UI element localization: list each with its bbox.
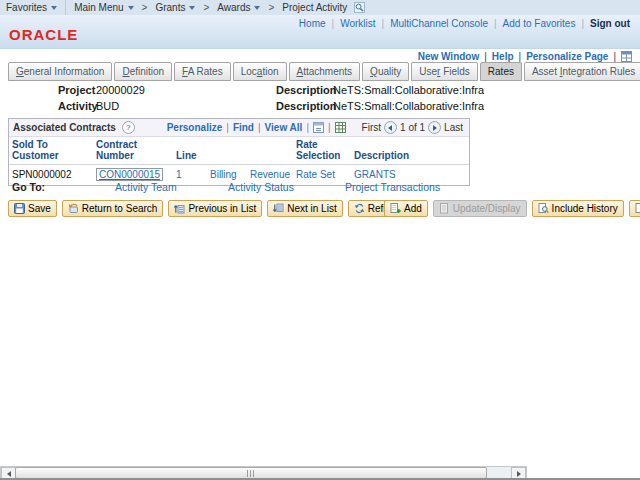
pager-first-label[interactable]: First — [362, 122, 381, 133]
divider: | — [581, 18, 584, 29]
description-label: Description — [276, 84, 337, 96]
activity-label: Activity — [58, 100, 98, 112]
previous-in-list-button[interactable]: Previous in List — [168, 200, 262, 217]
toolbar-left-group: SaveReturn to SearchPrevious in ListNext… — [8, 200, 409, 217]
breadcrumb-current-page: Project Activity — [276, 2, 371, 13]
favorites-menu[interactable]: Favorites — [0, 2, 63, 13]
add-to-favorites-link[interactable]: Add to Favorites — [503, 18, 576, 29]
divider: | — [332, 18, 335, 29]
grid-toolbar: Personalize | Find | View All | | First … — [167, 121, 465, 134]
tab-asset-integration-rules[interactable]: Asset Integration Rules — [524, 62, 640, 81]
table-header-row: Sold To CustomerContract NumberLineRate … — [9, 137, 469, 165]
divider: | — [519, 51, 522, 62]
tab-general-information[interactable]: General Information — [8, 62, 112, 81]
rate-set-link[interactable]: Rate Set — [296, 169, 335, 180]
lookup-icon[interactable] — [354, 2, 365, 13]
save-button[interactable]: Save — [8, 200, 57, 217]
divider: | — [484, 51, 487, 62]
first-arrow-icon[interactable] — [384, 121, 397, 134]
breadcrumb: Favorites Main Menu > Grants > Awards > … — [0, 0, 640, 16]
home-link[interactable]: Home — [299, 18, 326, 29]
add-button[interactable]: Add — [384, 200, 428, 217]
return-to-search-button[interactable]: Return to Search — [62, 200, 164, 217]
grid-title: Associated Contracts — [13, 122, 116, 133]
next-in-list-button[interactable]: Next in List — [267, 200, 342, 217]
save-icon — [14, 203, 25, 214]
current-page-label: Project Activity — [282, 2, 347, 13]
project-label: Project — [58, 84, 95, 96]
button-label: Include History — [552, 203, 618, 214]
goto-label: Go To: — [12, 181, 45, 193]
grid-header-bar: Associated Contracts ? Personalize | Fin… — [9, 119, 469, 137]
divider: | — [306, 122, 309, 133]
contract-number-link[interactable]: CON0000015 — [96, 168, 163, 181]
refresh-icon — [354, 203, 365, 214]
description-label: Description — [276, 100, 337, 112]
grid-pager: First 1 of 1 Last — [362, 121, 463, 134]
new-window-link[interactable]: New Window — [418, 51, 480, 62]
sign-out-link[interactable]: Sign out — [590, 18, 630, 29]
tab-definition[interactable]: Definition — [114, 62, 172, 81]
revenue-link[interactable]: Revenue — [250, 169, 290, 180]
main-menu-label: Main Menu — [74, 2, 123, 13]
download-to-excel-icon[interactable] — [335, 122, 346, 133]
correct-history-button[interactable]: Correct History — [629, 200, 640, 217]
tab-attachments[interactable]: Attachments — [289, 62, 361, 81]
breadcrumb-item-awards[interactable]: Awards — [211, 2, 266, 13]
project-transactions-link[interactable]: Project Transactions — [345, 181, 440, 193]
project-value: 20000029 — [96, 84, 145, 96]
oracle-logo: ORACLE — [9, 26, 78, 43]
divider: | — [258, 122, 261, 133]
chevron-down-icon — [51, 6, 57, 10]
main-menu[interactable]: Main Menu — [68, 2, 139, 13]
breadcrumb-separator: > — [201, 2, 211, 13]
column-header-sold-to-customer: Sold To Customer — [9, 137, 93, 165]
header-links: Home | Worklist | MultiChannel Console |… — [299, 18, 630, 29]
tab-rates[interactable]: Rates — [480, 62, 522, 81]
billing-link[interactable]: Billing — [210, 169, 237, 180]
find-link[interactable]: Find — [233, 122, 254, 133]
chevron-down-icon — [254, 6, 260, 10]
chevron-down-icon — [128, 6, 134, 10]
awards-label: Awards — [217, 2, 250, 13]
activity-status-link[interactable]: Activity Status — [228, 181, 294, 193]
personalize-page-link[interactable]: Personalize Page — [526, 51, 608, 62]
last-arrow-icon[interactable] — [428, 121, 441, 134]
breadcrumb-item-grants[interactable]: Grants — [149, 2, 201, 13]
divider — [65, 0, 66, 15]
line-link[interactable]: 1 — [176, 169, 182, 180]
column-header-rate-selection: Rate Selection — [293, 137, 351, 165]
breadcrumb-separator: > — [266, 2, 276, 13]
worklist-link[interactable]: Worklist — [340, 18, 375, 29]
zoom-grid-icon[interactable] — [313, 122, 324, 133]
tab-fa-rates[interactable]: FA Rates — [174, 62, 231, 81]
help-link[interactable]: Help — [492, 51, 514, 62]
personalize-layout-icon[interactable] — [621, 51, 632, 62]
page-utility-links: New Window | Help | Personalize Page | — [418, 51, 632, 62]
help-icon[interactable]: ? — [122, 121, 135, 134]
tab-bar: General InformationDefinitionFA RatesLoc… — [8, 62, 640, 81]
tab-user-fields[interactable]: User Fields — [411, 62, 478, 81]
tab-quality[interactable]: Quality — [362, 62, 409, 81]
column-header-line: Line — [173, 137, 207, 165]
divider: | — [382, 18, 385, 29]
update-display-button: Update/Display — [433, 200, 527, 217]
description-link[interactable]: GRANTS — [354, 169, 396, 180]
banner: Home | Worklist | MultiChannel Console |… — [0, 15, 640, 49]
activity-team-link[interactable]: Activity Team — [115, 181, 177, 193]
personalize-link[interactable]: Personalize — [167, 122, 223, 133]
toolbar-right-group: AddUpdate/DisplayInclude HistoryCorrect … — [384, 200, 640, 217]
tab-location[interactable]: Location — [233, 62, 287, 81]
breadcrumb-separator: > — [140, 2, 150, 13]
add-icon — [390, 203, 401, 214]
view-all-link[interactable]: View All — [265, 122, 303, 133]
column-header-empty — [207, 137, 247, 165]
divider: | — [494, 18, 497, 29]
include-history-button[interactable]: Include History — [532, 200, 624, 217]
include-history-icon — [538, 203, 549, 214]
multichannel-console-link[interactable]: MultiChannel Console — [390, 18, 488, 29]
pager-last-label[interactable]: Last — [444, 122, 463, 133]
previous-in-list-icon — [174, 203, 185, 214]
key-fields: Project 20000029 Description NeTS:Small:… — [0, 84, 640, 116]
activity-description-value: NeTS:Small:Collaborative:Infra — [333, 100, 484, 112]
